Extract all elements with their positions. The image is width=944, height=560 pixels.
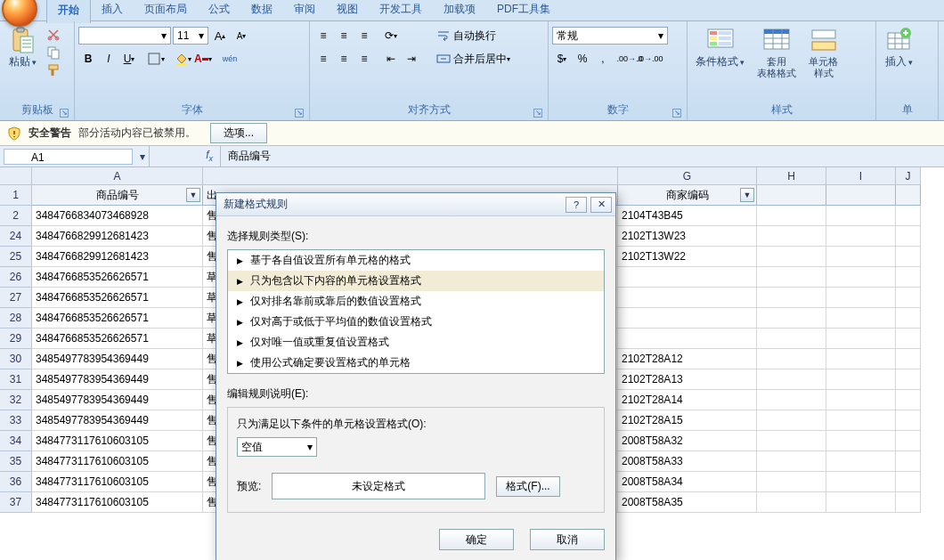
- row-head[interactable]: 2: [0, 206, 32, 226]
- cell[interactable]: [896, 369, 921, 390]
- rule-type-item[interactable]: ▶仅对高于或低于平均值的数值设置格式: [228, 312, 604, 332]
- tab-公式[interactable]: 公式: [198, 0, 240, 22]
- insert-cells-button[interactable]: 插入: [880, 23, 917, 71]
- cell[interactable]: 3485497783954369449: [32, 349, 203, 369]
- cell[interactable]: 2102T28A14: [618, 390, 757, 410]
- cell[interactable]: [896, 451, 921, 472]
- cell[interactable]: 3484766853526626571: [32, 288, 203, 308]
- cell[interactable]: [826, 492, 896, 513]
- cell[interactable]: [826, 349, 896, 369]
- cell[interactable]: 3485497783954369449: [32, 410, 203, 431]
- cell[interactable]: [757, 308, 826, 329]
- cell[interactable]: [757, 226, 826, 247]
- cell[interactable]: 3484766834073468928: [32, 206, 203, 226]
- cell[interactable]: [757, 329, 826, 349]
- format-painter-button[interactable]: [45, 62, 62, 78]
- cell[interactable]: 2102T28A12: [618, 349, 757, 369]
- row-head[interactable]: 1: [0, 185, 32, 206]
- decrease-decimal-button[interactable]: .0→.00: [640, 50, 660, 68]
- cell[interactable]: [826, 288, 896, 308]
- col-head-A[interactable]: A: [32, 167, 203, 185]
- cell[interactable]: [826, 431, 896, 451]
- align-middle-button[interactable]: ≡: [334, 27, 354, 45]
- condition-combo[interactable]: 空值▾: [237, 437, 317, 457]
- cell[interactable]: [757, 267, 826, 288]
- format-as-table-button[interactable]: 套用 表格格式: [753, 23, 801, 82]
- tab-加载项[interactable]: 加载项: [433, 0, 486, 22]
- cell[interactable]: [896, 267, 921, 288]
- rule-type-item[interactable]: ▶仅对唯一值或重复值设置格式: [228, 332, 604, 353]
- row-head[interactable]: 31: [0, 369, 32, 390]
- tab-开始[interactable]: 开始: [46, 0, 91, 23]
- cell[interactable]: 3484766853526626571: [32, 329, 203, 349]
- cell[interactable]: [896, 390, 921, 410]
- cell[interactable]: [757, 206, 826, 226]
- cell[interactable]: [896, 349, 921, 369]
- tab-PDF工具集[interactable]: PDF工具集: [486, 0, 561, 22]
- font-launcher[interactable]: ↘: [295, 109, 304, 118]
- number-launcher[interactable]: ↘: [672, 109, 681, 118]
- row-head[interactable]: 32: [0, 390, 32, 410]
- rule-type-item[interactable]: ▶使用公式确定要设置格式的单元格: [228, 353, 604, 373]
- filter-button[interactable]: ▼: [186, 188, 200, 202]
- cell[interactable]: 3484766829912681423: [32, 247, 203, 267]
- cell[interactable]: 2008T58A32: [618, 431, 757, 451]
- cell[interactable]: [826, 369, 896, 390]
- wrap-text-button[interactable]: 自动换行: [430, 27, 502, 45]
- cell[interactable]: [826, 410, 896, 431]
- cell[interactable]: [618, 308, 757, 329]
- merge-center-button[interactable]: 合并后居中▾: [430, 50, 517, 68]
- cancel-button[interactable]: 取消: [530, 529, 605, 550]
- filter-button[interactable]: ▼: [740, 188, 754, 202]
- row-head[interactable]: 28: [0, 308, 32, 329]
- rule-type-item[interactable]: ▶基于各自值设置所有单元格的格式: [228, 250, 604, 271]
- col-head-I[interactable]: I: [826, 167, 896, 185]
- row-head[interactable]: 24: [0, 226, 32, 247]
- underline-button[interactable]: U▾: [119, 50, 139, 68]
- cell[interactable]: [826, 390, 896, 410]
- header-cell-A[interactable]: 商品编号▼: [32, 185, 203, 206]
- align-bottom-button[interactable]: ≡: [354, 27, 374, 45]
- row-head[interactable]: 30: [0, 349, 32, 369]
- header-cell-H[interactable]: [757, 185, 826, 206]
- security-options-button[interactable]: 选项...: [210, 123, 267, 143]
- cell[interactable]: [896, 410, 921, 431]
- row-head[interactable]: 34: [0, 431, 32, 451]
- cell[interactable]: [757, 410, 826, 431]
- dialog-titlebar[interactable]: 新建格式规则 ? ✕: [216, 193, 615, 216]
- cell[interactable]: [757, 369, 826, 390]
- cell[interactable]: [896, 226, 921, 247]
- cell[interactable]: 3484773117610603105: [32, 472, 203, 492]
- cell[interactable]: [896, 472, 921, 492]
- dialog-close-button[interactable]: ✕: [590, 197, 612, 213]
- cell[interactable]: 3484766853526626571: [32, 267, 203, 288]
- cell[interactable]: [757, 288, 826, 308]
- cell[interactable]: 2008T58A33: [618, 451, 757, 472]
- align-right-button[interactable]: ≡: [354, 50, 374, 68]
- bold-button[interactable]: B: [78, 50, 98, 68]
- dialog-help-button[interactable]: ?: [566, 197, 587, 213]
- row-head[interactable]: 25: [0, 247, 32, 267]
- cell[interactable]: [618, 329, 757, 349]
- tab-插入[interactable]: 插入: [91, 0, 134, 22]
- rule-type-item[interactable]: ▶仅对排名靠前或靠后的数值设置格式: [228, 291, 604, 312]
- cell[interactable]: 3485497783954369449: [32, 390, 203, 410]
- row-head[interactable]: 37: [0, 492, 32, 513]
- select-all-corner[interactable]: [0, 167, 32, 185]
- cell[interactable]: 3484766853526626571: [32, 308, 203, 329]
- align-launcher[interactable]: ↘: [533, 109, 542, 118]
- cell[interactable]: [757, 390, 826, 410]
- rule-type-list[interactable]: ▶基于各自值设置所有单元格的格式▶只为包含以下内容的单元格设置格式▶仅对排名靠前…: [227, 249, 605, 374]
- border-button[interactable]: ▾: [146, 50, 166, 68]
- cell[interactable]: [896, 206, 921, 226]
- cell[interactable]: 3484773117610603105: [32, 451, 203, 472]
- cell[interactable]: 2104T43B45: [618, 206, 757, 226]
- cell-styles-button[interactable]: 单元格 样式: [804, 23, 842, 82]
- col-head-G[interactable]: G: [618, 167, 757, 185]
- cell[interactable]: [757, 349, 826, 369]
- conditional-format-button[interactable]: 条件格式: [691, 23, 749, 71]
- cell[interactable]: [757, 492, 826, 513]
- row-head[interactable]: 33: [0, 410, 32, 431]
- formula-input[interactable]: 商品编号: [221, 149, 944, 164]
- row-head[interactable]: 26: [0, 267, 32, 288]
